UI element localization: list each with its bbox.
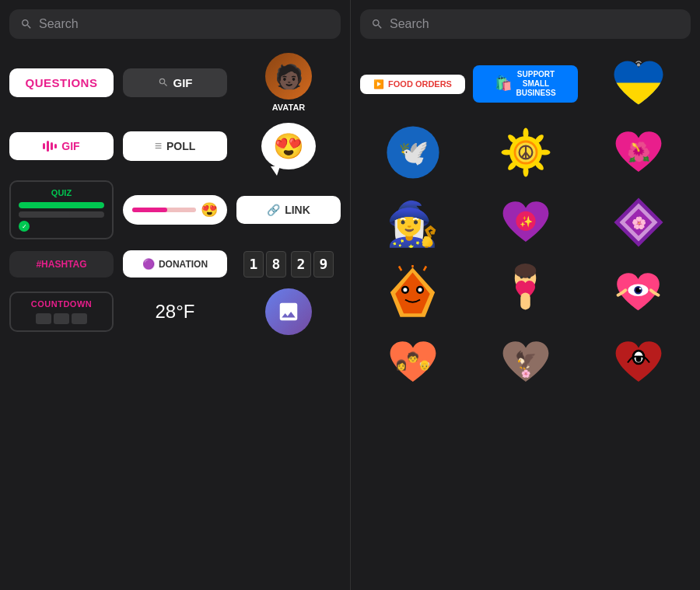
community-heart-cell: 👩 🧒 👴 bbox=[360, 333, 465, 395]
poll-label: POLL bbox=[166, 140, 195, 152]
right-row-5: 👩 🧒 👴 🦅 🌸 bbox=[360, 333, 691, 395]
svg-point-38 bbox=[528, 275, 531, 278]
hashtag-label: #HASHTAG bbox=[36, 259, 86, 270]
svg-point-37 bbox=[520, 275, 523, 278]
svg-line-34 bbox=[424, 267, 426, 271]
svg-point-36 bbox=[515, 264, 537, 278]
right-search-placeholder: Search bbox=[390, 17, 429, 31]
left-search-bar[interactable]: Search bbox=[9, 9, 341, 39]
weather-sticker[interactable]: 28°F bbox=[156, 301, 195, 323]
svg-point-1 bbox=[636, 63, 639, 66]
digit-2: 8 bbox=[266, 251, 286, 278]
sticker-row-2: GIF ≡ POLL 😍 bbox=[9, 123, 341, 169]
svg-rect-39 bbox=[520, 292, 530, 309]
questions-sticker[interactable]: QUESTIONS bbox=[9, 68, 114, 97]
pink-heart-eye-sticker[interactable] bbox=[613, 267, 663, 321]
community-heart-sticker[interactable]: 👩 🧒 👴 bbox=[386, 337, 440, 391]
svg-text:🕊️: 🕊️ bbox=[397, 138, 429, 167]
colorful-heart-cell: ✨ bbox=[473, 193, 578, 255]
quiz-sticker[interactable]: QUIZ ✓ bbox=[9, 180, 114, 239]
search-icon bbox=[20, 18, 33, 30]
peace-svg bbox=[499, 125, 553, 180]
ukraine-heart-cell bbox=[586, 53, 691, 115]
woman-heart-sticker[interactable] bbox=[500, 264, 551, 325]
digit-1: 1 bbox=[243, 251, 264, 278]
quiz-bars bbox=[19, 202, 104, 218]
music-sticker-cell: GIF bbox=[9, 132, 114, 160]
sq-2 bbox=[54, 313, 69, 324]
digit-4: 9 bbox=[313, 251, 334, 278]
countdown-label-sticker[interactable]: COUNTDOWN bbox=[9, 292, 114, 332]
countdown-numbers-sticker[interactable]: 1 8 2 9 bbox=[243, 251, 334, 278]
dove-sticker-cell: 🕊️ bbox=[360, 123, 465, 185]
link-chain-icon: 🔗 bbox=[267, 204, 280, 216]
quiz-check-row: ✓ bbox=[19, 221, 104, 232]
avatar-image[interactable]: 🧑🏿 bbox=[265, 53, 312, 99]
food-orders-sticker[interactable]: ▶️ FOOD ORDERS bbox=[360, 75, 465, 94]
quiz-check-icon: ✓ bbox=[19, 221, 30, 232]
link-sticker[interactable]: 🔗 LINK bbox=[236, 196, 341, 224]
svg-rect-0 bbox=[611, 82, 666, 108]
diamond-heart-sticker[interactable]: 🌸 bbox=[611, 195, 666, 253]
emoji-bubble-cell: 😍 bbox=[236, 123, 341, 169]
left-panel: Search QUESTIONS GIF 🧑🏿 AVATAR bbox=[0, 0, 350, 590]
peace-sticker-cell bbox=[473, 123, 578, 185]
sq-3 bbox=[72, 313, 87, 324]
slider-fill bbox=[132, 208, 167, 212]
support-business-sticker[interactable]: 🛍️ SUPPORTSMALLBUSINESS bbox=[473, 65, 578, 103]
colorful-heart-sticker[interactable]: ✨ bbox=[499, 197, 553, 251]
woman-heart-cell bbox=[473, 263, 578, 325]
ukraine-heart-sticker[interactable] bbox=[611, 58, 666, 111]
peace-sticker[interactable] bbox=[499, 125, 553, 183]
svg-text:🦅: 🦅 bbox=[515, 350, 537, 371]
digit-3: 2 bbox=[291, 251, 311, 278]
bar4 bbox=[54, 144, 57, 148]
svg-point-30 bbox=[403, 288, 407, 292]
totem-sticker[interactable] bbox=[387, 265, 438, 323]
music-sticker[interactable]: GIF bbox=[9, 132, 114, 160]
bar1 bbox=[43, 143, 45, 149]
right-row-4 bbox=[360, 263, 691, 325]
fantasy-emoji: 🧙‍♀️ bbox=[386, 200, 439, 248]
sticker-row-3: QUIZ ✓ 😍 bbox=[9, 180, 341, 239]
quiz-sticker-cell: QUIZ ✓ bbox=[9, 180, 114, 239]
totem-svg bbox=[387, 265, 438, 319]
right-search-bar[interactable]: Search bbox=[360, 9, 691, 39]
countdown-text: COUNTDOWN bbox=[19, 299, 104, 309]
emoji-face: 😍 bbox=[273, 131, 304, 161]
floral-heart-sticker[interactable]: 🌺 bbox=[611, 127, 666, 181]
woman-heart-svg bbox=[500, 264, 551, 322]
search-icon bbox=[371, 18, 383, 30]
gif-sticker-cell: GIF bbox=[123, 68, 227, 97]
dove-svg: 🕊️ bbox=[386, 125, 440, 180]
search-icon bbox=[158, 77, 169, 88]
right-row-3: 🧙‍♀️ ✨ 🌸 bbox=[360, 193, 691, 255]
poll-lines-icon: ≡ bbox=[155, 139, 162, 153]
fantasy-figure-sticker[interactable]: 🧙‍♀️ bbox=[386, 199, 439, 250]
donation-sticker[interactable]: 🟣 DONATION bbox=[123, 250, 227, 278]
svg-point-13 bbox=[539, 150, 550, 155]
poll-sticker[interactable]: ≡ POLL bbox=[123, 131, 227, 161]
bird-flower-heart-cell: 🦅 🌸 bbox=[473, 333, 578, 395]
diamond-heart-cell: 🌸 bbox=[586, 193, 691, 255]
svg-line-33 bbox=[399, 267, 401, 271]
pink-heart-eye-cell bbox=[586, 263, 691, 325]
bird-flower-heart-sticker[interactable]: 🦅 🌸 bbox=[499, 337, 553, 391]
dark-abstract-heart-svg bbox=[611, 337, 666, 388]
gif-sticker[interactable]: GIF bbox=[123, 68, 227, 97]
right-row-2: 🕊️ bbox=[360, 123, 691, 185]
dove-sticker[interactable]: 🕊️ bbox=[386, 125, 440, 183]
food-orders-label: FOOD ORDERS bbox=[388, 79, 452, 89]
emoji-bubble-sticker[interactable]: 😍 bbox=[261, 123, 316, 169]
floral-heart-cell: 🌺 bbox=[586, 123, 691, 185]
right-row-1: ▶️ FOOD ORDERS 🛍️ SUPPORTSMALLBUSINESS bbox=[360, 53, 691, 115]
quiz-label: QUIZ bbox=[19, 188, 104, 197]
bird-flower-svg: 🦅 🌸 bbox=[499, 337, 553, 388]
sticker-row-1: QUESTIONS GIF 🧑🏿 AVATAR bbox=[9, 53, 341, 112]
photo-sticker[interactable] bbox=[265, 288, 312, 335]
emoji-slider-sticker[interactable]: 😍 bbox=[123, 195, 227, 225]
dark-abstract-heart-sticker[interactable] bbox=[611, 337, 666, 391]
svg-text:🌺: 🌺 bbox=[626, 140, 650, 163]
hashtag-sticker[interactable]: #HASHTAG bbox=[9, 251, 114, 278]
svg-point-43 bbox=[639, 288, 642, 290]
